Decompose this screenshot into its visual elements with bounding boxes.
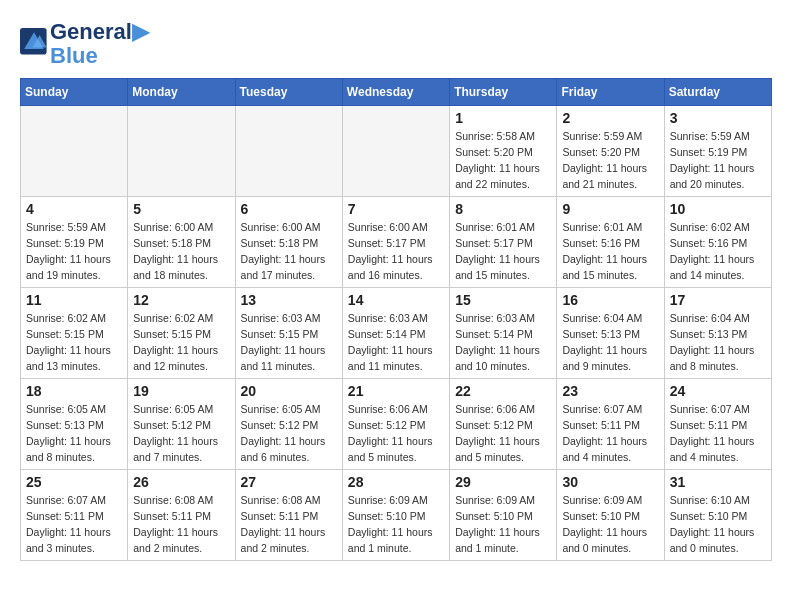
calendar-cell: 29Sunrise: 6:09 AMSunset: 5:10 PMDayligh… — [450, 470, 557, 561]
day-info: Sunrise: 6:06 AMSunset: 5:12 PMDaylight:… — [348, 402, 444, 465]
day-info: Sunrise: 6:02 AMSunset: 5:15 PMDaylight:… — [26, 311, 122, 374]
day-number: 22 — [455, 383, 551, 399]
day-number: 18 — [26, 383, 122, 399]
calendar-cell: 9Sunrise: 6:01 AMSunset: 5:16 PMDaylight… — [557, 197, 664, 288]
day-number: 2 — [562, 110, 658, 126]
day-info: Sunrise: 6:05 AMSunset: 5:12 PMDaylight:… — [241, 402, 337, 465]
calendar-cell: 23Sunrise: 6:07 AMSunset: 5:11 PMDayligh… — [557, 379, 664, 470]
day-info: Sunrise: 6:04 AMSunset: 5:13 PMDaylight:… — [562, 311, 658, 374]
calendar-cell: 27Sunrise: 6:08 AMSunset: 5:11 PMDayligh… — [235, 470, 342, 561]
day-info: Sunrise: 6:09 AMSunset: 5:10 PMDaylight:… — [348, 493, 444, 556]
day-number: 14 — [348, 292, 444, 308]
day-number: 3 — [670, 110, 766, 126]
day-info: Sunrise: 6:02 AMSunset: 5:16 PMDaylight:… — [670, 220, 766, 283]
day-info: Sunrise: 6:08 AMSunset: 5:11 PMDaylight:… — [133, 493, 229, 556]
day-number: 26 — [133, 474, 229, 490]
calendar-cell: 15Sunrise: 6:03 AMSunset: 5:14 PMDayligh… — [450, 288, 557, 379]
calendar-cell — [128, 106, 235, 197]
calendar-cell — [342, 106, 449, 197]
calendar-cell: 12Sunrise: 6:02 AMSunset: 5:15 PMDayligh… — [128, 288, 235, 379]
calendar-cell: 11Sunrise: 6:02 AMSunset: 5:15 PMDayligh… — [21, 288, 128, 379]
day-number: 10 — [670, 201, 766, 217]
calendar-cell: 20Sunrise: 6:05 AMSunset: 5:12 PMDayligh… — [235, 379, 342, 470]
day-number: 17 — [670, 292, 766, 308]
weekday-header-sunday: Sunday — [21, 79, 128, 106]
day-info: Sunrise: 6:03 AMSunset: 5:14 PMDaylight:… — [348, 311, 444, 374]
calendar-cell: 31Sunrise: 6:10 AMSunset: 5:10 PMDayligh… — [664, 470, 771, 561]
weekday-header-thursday: Thursday — [450, 79, 557, 106]
day-info: Sunrise: 6:07 AMSunset: 5:11 PMDaylight:… — [670, 402, 766, 465]
calendar-cell: 7Sunrise: 6:00 AMSunset: 5:17 PMDaylight… — [342, 197, 449, 288]
day-number: 9 — [562, 201, 658, 217]
calendar-cell: 2Sunrise: 5:59 AMSunset: 5:20 PMDaylight… — [557, 106, 664, 197]
day-number: 28 — [348, 474, 444, 490]
calendar-cell — [21, 106, 128, 197]
day-info: Sunrise: 6:02 AMSunset: 5:15 PMDaylight:… — [133, 311, 229, 374]
logo-icon — [20, 28, 48, 56]
day-number: 27 — [241, 474, 337, 490]
page-header: General▶ Blue — [20, 20, 772, 68]
day-number: 21 — [348, 383, 444, 399]
day-number: 31 — [670, 474, 766, 490]
day-number: 1 — [455, 110, 551, 126]
day-info: Sunrise: 6:07 AMSunset: 5:11 PMDaylight:… — [26, 493, 122, 556]
calendar-table: SundayMondayTuesdayWednesdayThursdayFrid… — [20, 78, 772, 561]
calendar-cell: 24Sunrise: 6:07 AMSunset: 5:11 PMDayligh… — [664, 379, 771, 470]
calendar-cell: 4Sunrise: 5:59 AMSunset: 5:19 PMDaylight… — [21, 197, 128, 288]
day-info: Sunrise: 6:06 AMSunset: 5:12 PMDaylight:… — [455, 402, 551, 465]
day-number: 5 — [133, 201, 229, 217]
weekday-header-row: SundayMondayTuesdayWednesdayThursdayFrid… — [21, 79, 772, 106]
calendar-cell: 8Sunrise: 6:01 AMSunset: 5:17 PMDaylight… — [450, 197, 557, 288]
logo-text: General▶ Blue — [50, 20, 149, 68]
day-number: 7 — [348, 201, 444, 217]
calendar-cell: 19Sunrise: 6:05 AMSunset: 5:12 PMDayligh… — [128, 379, 235, 470]
calendar-cell: 6Sunrise: 6:00 AMSunset: 5:18 PMDaylight… — [235, 197, 342, 288]
calendar-cell: 16Sunrise: 6:04 AMSunset: 5:13 PMDayligh… — [557, 288, 664, 379]
day-number: 29 — [455, 474, 551, 490]
day-info: Sunrise: 5:59 AMSunset: 5:19 PMDaylight:… — [26, 220, 122, 283]
calendar-cell: 3Sunrise: 5:59 AMSunset: 5:19 PMDaylight… — [664, 106, 771, 197]
day-number: 20 — [241, 383, 337, 399]
calendar-cell: 21Sunrise: 6:06 AMSunset: 5:12 PMDayligh… — [342, 379, 449, 470]
calendar-cell: 5Sunrise: 6:00 AMSunset: 5:18 PMDaylight… — [128, 197, 235, 288]
calendar-cell: 17Sunrise: 6:04 AMSunset: 5:13 PMDayligh… — [664, 288, 771, 379]
day-info: Sunrise: 6:03 AMSunset: 5:14 PMDaylight:… — [455, 311, 551, 374]
calendar-cell: 26Sunrise: 6:08 AMSunset: 5:11 PMDayligh… — [128, 470, 235, 561]
weekday-header-saturday: Saturday — [664, 79, 771, 106]
day-info: Sunrise: 6:04 AMSunset: 5:13 PMDaylight:… — [670, 311, 766, 374]
week-row-2: 4Sunrise: 5:59 AMSunset: 5:19 PMDaylight… — [21, 197, 772, 288]
weekday-header-monday: Monday — [128, 79, 235, 106]
day-number: 25 — [26, 474, 122, 490]
day-number: 4 — [26, 201, 122, 217]
day-info: Sunrise: 6:07 AMSunset: 5:11 PMDaylight:… — [562, 402, 658, 465]
calendar-cell: 30Sunrise: 6:09 AMSunset: 5:10 PMDayligh… — [557, 470, 664, 561]
day-info: Sunrise: 6:01 AMSunset: 5:17 PMDaylight:… — [455, 220, 551, 283]
calendar-cell: 18Sunrise: 6:05 AMSunset: 5:13 PMDayligh… — [21, 379, 128, 470]
week-row-1: 1Sunrise: 5:58 AMSunset: 5:20 PMDaylight… — [21, 106, 772, 197]
calendar-cell — [235, 106, 342, 197]
day-info: Sunrise: 5:59 AMSunset: 5:20 PMDaylight:… — [562, 129, 658, 192]
day-number: 12 — [133, 292, 229, 308]
day-info: Sunrise: 6:00 AMSunset: 5:17 PMDaylight:… — [348, 220, 444, 283]
day-number: 30 — [562, 474, 658, 490]
day-info: Sunrise: 5:59 AMSunset: 5:19 PMDaylight:… — [670, 129, 766, 192]
calendar-cell: 10Sunrise: 6:02 AMSunset: 5:16 PMDayligh… — [664, 197, 771, 288]
calendar-cell: 1Sunrise: 5:58 AMSunset: 5:20 PMDaylight… — [450, 106, 557, 197]
day-info: Sunrise: 6:10 AMSunset: 5:10 PMDaylight:… — [670, 493, 766, 556]
day-number: 13 — [241, 292, 337, 308]
day-info: Sunrise: 6:08 AMSunset: 5:11 PMDaylight:… — [241, 493, 337, 556]
day-info: Sunrise: 5:58 AMSunset: 5:20 PMDaylight:… — [455, 129, 551, 192]
week-row-3: 11Sunrise: 6:02 AMSunset: 5:15 PMDayligh… — [21, 288, 772, 379]
day-info: Sunrise: 6:05 AMSunset: 5:12 PMDaylight:… — [133, 402, 229, 465]
day-number: 19 — [133, 383, 229, 399]
day-number: 15 — [455, 292, 551, 308]
calendar-cell: 14Sunrise: 6:03 AMSunset: 5:14 PMDayligh… — [342, 288, 449, 379]
calendar-cell: 22Sunrise: 6:06 AMSunset: 5:12 PMDayligh… — [450, 379, 557, 470]
day-info: Sunrise: 6:09 AMSunset: 5:10 PMDaylight:… — [455, 493, 551, 556]
day-number: 6 — [241, 201, 337, 217]
day-info: Sunrise: 6:00 AMSunset: 5:18 PMDaylight:… — [241, 220, 337, 283]
calendar-cell: 25Sunrise: 6:07 AMSunset: 5:11 PMDayligh… — [21, 470, 128, 561]
day-number: 8 — [455, 201, 551, 217]
day-info: Sunrise: 6:05 AMSunset: 5:13 PMDaylight:… — [26, 402, 122, 465]
day-number: 23 — [562, 383, 658, 399]
